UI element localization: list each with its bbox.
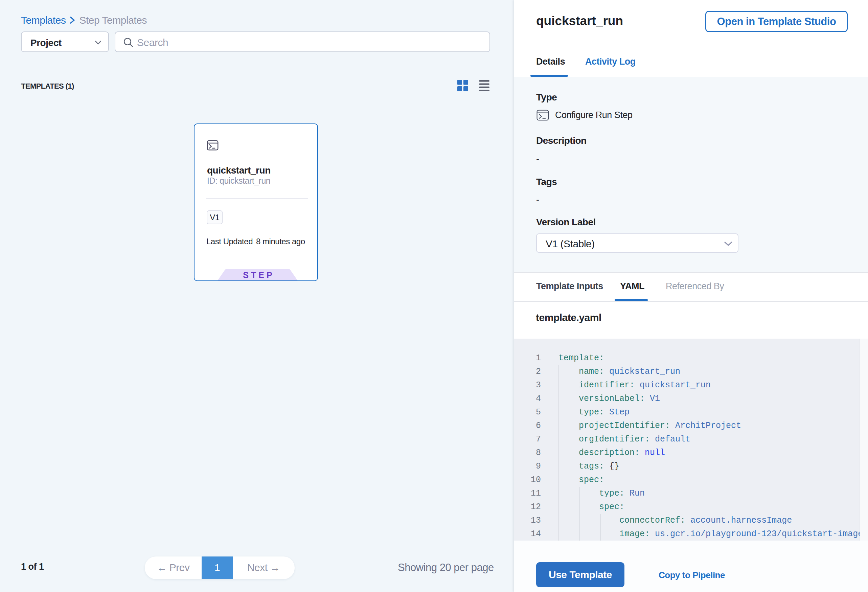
svg-text:STEP: STEP (243, 270, 275, 280)
